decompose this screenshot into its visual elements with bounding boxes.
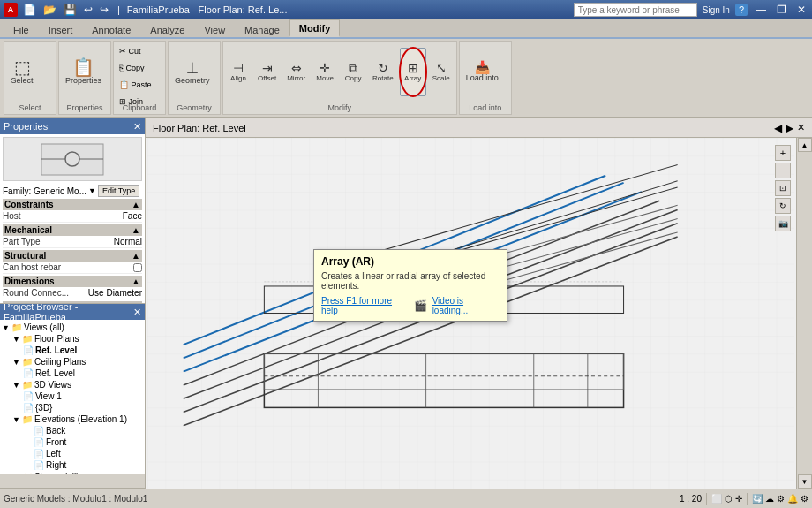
tab-view2[interactable]: View <box>194 21 235 37</box>
constraints-section[interactable]: Constraints ▲ <box>3 199 142 210</box>
view-close[interactable]: ✕ <box>797 122 805 134</box>
project-browser-title: Project Browser - FamiliaPrueba <box>4 304 133 322</box>
properties-close-btn[interactable]: ✕ <box>133 121 141 133</box>
zoom-fit-btn[interactable]: ⊡ <box>775 180 791 196</box>
sync-icon[interactable]: 🔄 <box>752 494 763 504</box>
rotate-btn[interactable]: ↻ Rotate <box>368 48 398 96</box>
tree-ceiling-plans[interactable]: ▼ 📁 Ceiling Plans <box>2 356 143 368</box>
tree-views-all[interactable]: ▼ 📁 Views (all) <box>2 322 143 333</box>
cloud-icon[interactable]: ☁ <box>765 494 774 504</box>
mirror-btn[interactable]: ⇔ Mirror <box>282 48 310 96</box>
cut-btn[interactable]: ✂ Cut <box>116 43 155 59</box>
scale-btn[interactable]: ⤡ Scale <box>428 48 455 96</box>
loadinto-btn[interactable]: 📥 Load into <box>462 45 503 98</box>
tree-expand-views: ▼ <box>2 323 10 332</box>
camera-btn[interactable]: 📷 <box>775 216 791 231</box>
tree-view1-icon: 📄 <box>23 391 34 401</box>
loadinto-label: Load into <box>466 73 499 82</box>
offset-btn[interactable]: ⇥ Offset <box>253 48 281 96</box>
properties-content: 📋 Properties <box>61 43 109 112</box>
roundconn-value: Use Diameter <box>88 288 142 298</box>
scroll-down-btn[interactable]: ▼ <box>798 474 812 489</box>
restore-btn[interactable]: ❐ <box>774 4 789 16</box>
tree-3d-default[interactable]: 📄 {3D} <box>2 402 143 413</box>
notifications-icon[interactable]: 🔔 <box>787 494 798 504</box>
scroll-track-v[interactable] <box>799 152 811 474</box>
mechanical-section[interactable]: Mechanical ▲ <box>3 224 142 236</box>
loadinto-group-title: Load into <box>460 103 511 112</box>
model-icon[interactable]: ⬜ <box>711 494 722 504</box>
copy-modify-btn[interactable]: ⧉ Copy <box>340 48 366 96</box>
tree-view1[interactable]: 📄 View 1 <box>2 390 143 402</box>
modify-content: ⊣ Align ⇥ Offset ⇔ Mirror ✛ Move ⧉ Copy … <box>225 43 455 112</box>
qat-open-icon[interactable]: 📂 <box>41 4 58 16</box>
ribbon-group-properties: 📋 Properties Properties <box>58 41 111 115</box>
snap-icon[interactable]: ✛ <box>735 494 742 504</box>
qat-undo-icon[interactable]: ↩ <box>82 4 94 16</box>
paste-btn[interactable]: 📋 Paste <box>116 77 155 93</box>
canhostrebar-checkbox[interactable] <box>133 263 142 272</box>
zoom-out-btn[interactable]: − <box>775 163 791 178</box>
tab-manage[interactable]: Manage <box>235 21 289 37</box>
tab-modify[interactable]: Modify <box>289 19 340 37</box>
tab-analyze[interactable]: Analyze <box>140 21 194 37</box>
tree-floor-plans[interactable]: ▼ 📁 Floor Plans <box>2 333 143 345</box>
move-btn[interactable]: ✛ Move <box>312 48 338 96</box>
edit-type-btn[interactable]: Edit Type <box>98 185 139 197</box>
tab-file[interactable]: File <box>4 21 39 37</box>
tree-3d-views[interactable]: ▼ 📁 3D Views <box>2 379 143 390</box>
tree-right[interactable]: 📄 Right <box>2 459 143 471</box>
close-btn[interactable]: ✕ <box>794 4 808 16</box>
f1-help-link[interactable]: Press F1 for more help <box>321 296 409 315</box>
align-icon: ⊣ <box>233 62 244 74</box>
align-btn[interactable]: ⊣ Align <box>225 48 252 96</box>
tree-back-icon: 📄 <box>34 426 44 436</box>
tree-ceiling-ref-level[interactable]: 📄 Ref. Level <box>2 368 143 379</box>
array-btn[interactable]: ⊞ Array <box>400 48 426 96</box>
geometry-btn[interactable]: ⟂ Geometry <box>170 45 214 98</box>
video-loading-label[interactable]: Video is loading... <box>432 296 500 315</box>
qat-redo-icon[interactable]: ↪ <box>98 4 110 16</box>
sign-in-btn[interactable]: Sign In <box>703 5 730 15</box>
settings-icon[interactable]: ⚙ <box>801 494 808 504</box>
ribbon-group-geometry: ⟂ Geometry Geometry <box>168 41 221 115</box>
tree-front[interactable]: 📄 Front <box>2 436 143 448</box>
tree-back[interactable]: 📄 Back <box>2 425 143 436</box>
zoom-in-btn[interactable]: + <box>775 145 791 161</box>
detail-icon[interactable]: ⚙ <box>777 494 785 504</box>
scale-icon: ⤡ <box>436 62 447 74</box>
tab-insert[interactable]: Insert <box>39 21 83 37</box>
qat-save-icon[interactable]: 💾 <box>62 4 79 16</box>
family-thumbnail-svg <box>37 140 108 179</box>
tree-expand-cp: ▼ <box>12 358 20 367</box>
structural-section[interactable]: Structural ▲ <box>3 250 142 262</box>
view-nav-right[interactable]: ▶ <box>786 122 793 134</box>
search-input[interactable] <box>574 3 697 17</box>
view-nav-left[interactable]: ◀ <box>774 122 782 134</box>
tab-annotate[interactable]: Annotate <box>82 21 140 37</box>
copy-btn[interactable]: ⎘ Copy <box>116 60 155 76</box>
tree-sheets[interactable]: ▼ 📁 Sheets (all) <box>2 471 143 474</box>
minimize-btn[interactable]: — <box>753 4 769 16</box>
wireframe-icon[interactable]: ⬡ <box>725 494 733 504</box>
properties-btn[interactable]: 📋 Properties <box>61 45 106 98</box>
video-loading-icon: 🎬 <box>414 299 427 312</box>
help-btn[interactable]: ? <box>735 4 748 16</box>
scroll-up-btn[interactable]: ▲ <box>798 138 812 152</box>
qat-new-icon[interactable]: 📄 <box>21 4 38 16</box>
tree-ref-level[interactable]: 📄 Ref. Level <box>2 345 143 356</box>
family-select-row: Family: Generic Mo... ▼ Edit Type <box>3 185 142 197</box>
project-browser-close-btn[interactable]: ✕ <box>133 307 141 318</box>
tree-elevations[interactable]: ▼ 📁 Elevations (Elevation 1) <box>2 413 143 425</box>
tree-floor-plans-label: Floor Plans <box>34 334 79 344</box>
tree-front-icon: 📄 <box>34 437 44 447</box>
canvas-scrollbar-v[interactable]: ▲ ▼ <box>796 138 812 489</box>
constraints-icon: ▲ <box>132 200 140 209</box>
dimensions-label: Dimensions <box>4 277 55 286</box>
rotate-view-btn[interactable]: ↻ <box>775 198 791 214</box>
dimensions-section[interactable]: Dimensions ▲ <box>3 276 142 287</box>
tree-expand-elev: ▼ <box>12 415 20 424</box>
tree-left[interactable]: 📄 Left <box>2 448 143 459</box>
family-dropdown-arrow[interactable]: ▼ <box>88 186 96 195</box>
select-btn[interactable]: ⬚ Select <box>6 45 38 98</box>
